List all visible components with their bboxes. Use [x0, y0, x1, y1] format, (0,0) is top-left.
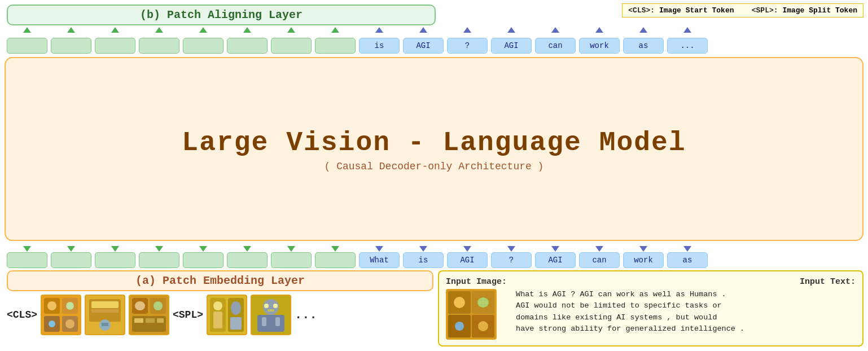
blue-arrow-down-5: [551, 246, 559, 252]
spl-tag: <SPL>:: [752, 6, 778, 15]
arrow-space: [315, 245, 356, 252]
arrow-space: [139, 27, 179, 34]
svg-rect-38: [275, 317, 280, 326]
arrow-space: [403, 27, 444, 34]
arrow-space: [359, 245, 400, 252]
svg-point-45: [477, 297, 489, 308]
arrow-space: [535, 245, 576, 252]
green-arrow-down-6: [243, 246, 251, 252]
input-panel-row: Input Image:: [446, 277, 856, 340]
input-arrows-row: [5, 244, 863, 252]
svg-point-26: [213, 301, 222, 310]
in-blue-token-2: is: [403, 252, 444, 268]
svg-point-19: [154, 301, 163, 310]
arrow-space: [183, 27, 223, 34]
patch-image-5: [251, 295, 291, 335]
blue-arrow-down-4: [507, 246, 515, 252]
input-text-section: Input Text: What is AGI ? AGI can work a…: [516, 277, 856, 340]
arrow-space: [95, 27, 135, 34]
arrow-space: [491, 245, 532, 252]
green-arrow-down-5: [199, 246, 207, 252]
svg-rect-12: [91, 309, 119, 313]
out-green-token-4: [139, 38, 179, 54]
arrow-space: [271, 27, 312, 34]
in-green-token-4: [139, 252, 179, 268]
green-arrow-up-1: [23, 27, 31, 33]
svg-rect-21: [134, 318, 143, 323]
svg-point-43: [455, 322, 464, 331]
in-green-token-6: [227, 252, 268, 268]
green-arrow-down-1: [23, 246, 31, 252]
blue-arrow-down-7: [639, 246, 647, 252]
arrow-space: [51, 245, 91, 252]
cls-label: <CLS>: [7, 309, 37, 321]
out-blue-token-8: ...: [667, 38, 708, 54]
cls-tag: <CLS>:: [628, 6, 655, 15]
svg-rect-22: [146, 318, 155, 323]
arrow-space: [447, 27, 488, 34]
patch-svg-4: [208, 296, 246, 334]
green-arrow-down-8: [331, 246, 339, 252]
lvlm-title: Large Vision - Language Model: [182, 128, 686, 158]
in-green-token-3: [95, 252, 135, 268]
input-image-svg: [447, 290, 496, 339]
blue-arrow-up-6: [595, 27, 603, 33]
arrow-space: [579, 27, 620, 34]
patch-svg-3: [130, 296, 168, 334]
patch-image-1: [41, 295, 81, 335]
svg-rect-14: [102, 323, 108, 326]
arrow-space: [447, 245, 488, 252]
svg-point-8: [65, 319, 74, 328]
svg-rect-11: [91, 301, 119, 308]
in-green-token-7: [271, 252, 312, 268]
arrow-space: [7, 245, 47, 252]
svg-rect-37: [262, 317, 266, 326]
patch-images-row: <CLS>: [5, 295, 433, 335]
out-blue-token-1: is: [359, 38, 400, 54]
in-blue-token-7: work: [623, 252, 664, 268]
in-green-token-8: [315, 252, 356, 268]
arrow-space: [51, 27, 91, 34]
green-arrow-up-6: [243, 27, 251, 33]
spl-label: <SPL>: [173, 309, 203, 321]
arrow-space: [667, 245, 708, 252]
arrow-space: [403, 245, 444, 252]
blue-arrow-down-2: [419, 246, 427, 252]
blue-arrow-down-3: [463, 246, 471, 252]
patch-svg-5: [252, 296, 290, 334]
arrow-space: [535, 27, 576, 34]
out-blue-token-7: as: [623, 38, 664, 54]
svg-point-41: [454, 297, 465, 308]
input-text-label: Input Text:: [516, 277, 856, 287]
in-blue-token-8: as: [667, 252, 708, 268]
in-green-token-1: [7, 252, 47, 268]
in-blue-token-4: ?: [491, 252, 532, 268]
lvlm-subtitle: ( Causal Decoder-only Architecture ): [325, 161, 544, 172]
out-green-token-3: [95, 38, 135, 54]
arrow-space: [623, 27, 664, 34]
svg-rect-36: [268, 309, 274, 311]
out-green-token-6: [227, 38, 268, 54]
green-arrow-down-3: [111, 246, 119, 252]
output-arrows-row: [5, 27, 863, 34]
blue-arrow-up-7: [639, 27, 647, 33]
arrow-space: [183, 245, 223, 252]
patch-dots: ...: [295, 308, 317, 322]
svg-point-4: [49, 321, 55, 327]
green-arrow-down-2: [67, 246, 75, 252]
blue-arrow-up-8: [683, 27, 691, 33]
input-image-section: Input Image:: [446, 277, 507, 340]
in-blue-token-1: What: [359, 252, 400, 268]
blue-arrow-down-1: [375, 246, 383, 252]
spl-desc: Image Split Token: [782, 6, 857, 15]
patch-aligning-label: (b) Patch Aligning Layer: [140, 8, 303, 21]
svg-rect-27: [213, 311, 222, 328]
svg-point-35: [273, 304, 278, 308]
svg-point-47: [478, 321, 488, 331]
green-arrow-up-7: [287, 27, 295, 33]
patch-embedding-box: (a) Patch Embedding Layer: [7, 270, 433, 291]
out-blue-token-6: work: [579, 38, 620, 54]
svg-rect-23: [157, 318, 164, 323]
cls-desc: Image Start Token: [659, 6, 734, 15]
out-green-token-2: [51, 38, 91, 54]
